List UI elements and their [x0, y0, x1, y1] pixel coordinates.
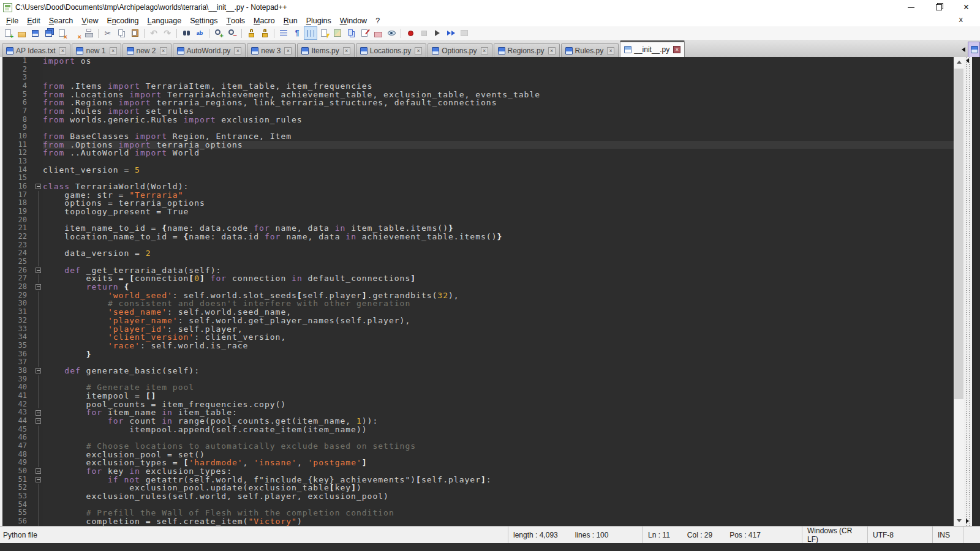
status-insert-mode[interactable]: INS	[932, 527, 963, 543]
menu-item-run[interactable]: Run	[279, 15, 302, 26]
code-line[interactable]: 25	[2, 258, 954, 266]
redo-icon[interactable]	[161, 27, 173, 39]
define-language-icon[interactable]	[358, 27, 371, 39]
macro-record-icon[interactable]	[404, 27, 417, 39]
minimize-button[interactable]	[897, 0, 925, 15]
code-line[interactable]: 17 game: str = "Terraria"	[2, 191, 954, 200]
status-eol[interactable]: Windows (CR LF)	[802, 527, 867, 543]
close-tab-icon[interactable]: ×	[673, 46, 680, 53]
code-line[interactable]: 8from worlds.generic.Rules import exclus…	[2, 116, 954, 124]
close-doc-icon[interactable]	[56, 27, 68, 39]
code-line[interactable]: 11from .Options import terraria_options	[2, 141, 954, 149]
resize-grip[interactable]	[963, 527, 980, 543]
view-splitter[interactable]	[964, 57, 972, 526]
close-tab-icon[interactable]: ×	[343, 47, 350, 54]
cut-icon[interactable]	[102, 27, 114, 39]
menu-item-settings[interactable]: Settings	[186, 15, 222, 26]
code-line[interactable]: 9	[2, 124, 954, 132]
code-line[interactable]: 5from .Locations import TerrariaAchievem…	[2, 91, 954, 99]
code-line[interactable]: 42 pool_counts = item_frequencies.copy()	[2, 400, 954, 409]
code-line[interactable]: 54	[2, 501, 954, 509]
tab-new-3[interactable]: new 3×	[247, 43, 296, 57]
menu-item-search[interactable]: Search	[45, 15, 78, 26]
find-icon[interactable]	[180, 27, 192, 39]
code-line[interactable]: 10from BaseClasses import Region, Entran…	[2, 132, 954, 141]
code-line[interactable]: 41 itempool = []	[2, 392, 954, 400]
fold-collapse-icon[interactable]	[36, 368, 41, 373]
code-line[interactable]: 53 exclusion_rules(self.world, self.play…	[2, 492, 954, 501]
tab-items-py[interactable]: Items.py×	[297, 43, 354, 57]
sync-horizontal-icon[interactable]	[258, 27, 271, 39]
macro-stop-icon[interactable]	[418, 27, 430, 39]
menu-close-icon[interactable]: x	[959, 15, 963, 24]
close-all-docs-icon[interactable]	[69, 27, 81, 39]
zoom-in-icon[interactable]	[213, 27, 225, 39]
tab-new-2[interactable]: new 2×	[123, 43, 172, 57]
show-all-characters-icon[interactable]	[291, 27, 303, 39]
close-tab-icon[interactable]: ×	[607, 47, 614, 54]
code-line[interactable]: 33 'player_id': self.player,	[2, 325, 954, 334]
open-folder-icon[interactable]	[15, 27, 28, 39]
code-line[interactable]: 40 # Generate item pool	[2, 383, 954, 392]
save-icon[interactable]	[29, 27, 41, 39]
menu-item-file[interactable]: File	[2, 15, 23, 26]
code-line[interactable]: 45 itempool.append(self.create_item(item…	[2, 425, 954, 434]
code-line[interactable]: 55 # Prefill the Wall of Flesh with the …	[2, 509, 954, 517]
code-line[interactable]: 34 'client_version': client_version,	[2, 333, 954, 342]
print-icon[interactable]	[83, 27, 95, 39]
code-line[interactable]: 48 exclusion_pool = set()	[2, 451, 954, 459]
code-line[interactable]: 24 data_version = 2	[2, 249, 954, 258]
vertical-scrollbar[interactable]	[954, 57, 964, 526]
code-line[interactable]: 32 'player_name': self.world.get_player_…	[2, 317, 954, 325]
menu-item-encoding[interactable]: Encoding	[102, 15, 143, 26]
code-line[interactable]: 22 location_name_to_id = {name: data.id …	[2, 233, 954, 241]
tab-partial[interactable]	[968, 42, 980, 57]
code-line[interactable]: 43 for item_name in item_table:	[2, 408, 954, 417]
code-line[interactable]: 49 exclusion_types = ['hardmode', 'insan…	[2, 459, 954, 467]
code-line[interactable]: 19 topology_present = True	[2, 208, 954, 216]
code-line[interactable]: 15	[2, 174, 954, 182]
code-line[interactable]: 3	[2, 73, 954, 82]
zoom-out-icon[interactable]	[226, 27, 238, 39]
code-line[interactable]: 56 completion = self.create_item("Victor…	[2, 517, 954, 526]
code-line[interactable]: 18 options = terraria_options	[2, 199, 954, 208]
indent-guide-icon[interactable]	[304, 27, 317, 39]
menu-item-plugins[interactable]: Plugins	[302, 15, 336, 26]
code-line[interactable]: 39	[2, 375, 954, 384]
sync-vertical-icon[interactable]	[245, 27, 257, 39]
code-line[interactable]: 4from .Items import TerrariaItem, item_t…	[2, 82, 954, 91]
code-line[interactable]: 1import os	[2, 57, 954, 66]
document-map-icon[interactable]	[331, 27, 344, 39]
tab-locations-py[interactable]: Locations.py×	[356, 43, 426, 57]
menu-item-macro[interactable]: Macro	[249, 15, 279, 26]
fold-collapse-icon[interactable]	[36, 477, 41, 482]
close-tab-icon[interactable]: ×	[415, 47, 422, 54]
code-line[interactable]: 21 item_name_to_id = {name: data.code fo…	[2, 224, 954, 233]
code-line[interactable]: 30 # consistent and doesn't interfere wi…	[2, 299, 954, 308]
status-encoding[interactable]: UTF-8	[867, 527, 932, 543]
fold-collapse-icon[interactable]	[36, 468, 41, 474]
code-line[interactable]: 46	[2, 433, 954, 442]
word-wrap-icon[interactable]	[277, 27, 290, 39]
fold-collapse-icon[interactable]	[36, 284, 41, 290]
tab-regions-py[interactable]: Regions.py×	[494, 43, 560, 57]
scrollbar-thumb[interactable]	[954, 69, 963, 399]
tab-ap-ideas-txt[interactable]: AP Ideas.txt×	[2, 43, 70, 57]
new-file-icon[interactable]	[2, 27, 14, 39]
code-line[interactable]: 36 }	[2, 350, 954, 359]
restore-button[interactable]	[925, 0, 952, 15]
function-list-icon[interactable]	[318, 27, 330, 39]
menu-item-[interactable]: ?	[371, 15, 384, 26]
monitoring-icon[interactable]	[385, 27, 398, 39]
replace-icon[interactable]	[194, 27, 206, 39]
code-line[interactable]: 20	[2, 216, 954, 225]
code-line[interactable]: 6from .Regions import terraria_regions, …	[2, 99, 954, 107]
document-list-icon[interactable]	[345, 27, 357, 39]
close-tab-icon[interactable]: ×	[234, 47, 241, 54]
menu-item-tools[interactable]: Tools	[222, 15, 249, 26]
close-tab-icon[interactable]: ×	[284, 47, 292, 54]
close-button[interactable]: ×	[952, 0, 980, 15]
copy-icon[interactable]	[115, 27, 127, 39]
fold-collapse-icon[interactable]	[36, 410, 41, 416]
folder-as-workspace-icon[interactable]	[372, 27, 384, 39]
